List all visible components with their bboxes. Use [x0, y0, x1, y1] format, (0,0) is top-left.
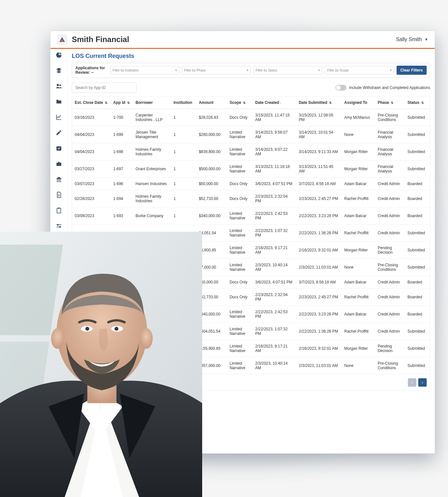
cell-phase: Credit Admin: [375, 288, 405, 305]
chart-line-icon[interactable]: [55, 114, 62, 121]
cell-status: Boarded: [405, 207, 430, 224]
cell-scope: Docs Only: [227, 177, 253, 190]
cell-phase: Financial Analysis: [375, 126, 405, 143]
pager-prev-button[interactable]: ‹: [408, 378, 416, 387]
cell-scope: Limited Narrative: [227, 340, 253, 357]
cell-amount: $280,000.00: [196, 126, 227, 143]
col-borrower[interactable]: Borrower: [133, 96, 171, 109]
filter-bar: Applications for Review: -- Filter by In…: [72, 63, 430, 78]
cell-assigned: Morgan Ritter: [342, 143, 375, 160]
cell-scope: Limited Narrative: [227, 143, 253, 160]
cell-assigned: Adam Balcar: [342, 177, 375, 190]
cell-close: 03/16/2023: [72, 109, 111, 126]
cell-submitted: 2/23/2023, 2:45:27 PM: [296, 190, 342, 207]
table-row[interactable]: 03/16/20231-700Carpenter Industries , LL…: [72, 109, 430, 126]
cell-borrower: Carpenter Industries , LLP: [133, 109, 171, 126]
cell-phase: Credit Admin: [375, 305, 405, 323]
cell-created: 2/23/2023, 2:32:04 PM: [253, 288, 296, 305]
bank-icon[interactable]: [55, 176, 62, 183]
table-row[interactable]: 03/27/20231-697Grant Enterprises1$500,00…: [72, 160, 430, 177]
cell-status: Submitted: [405, 323, 430, 340]
cell-assigned: None: [342, 259, 375, 276]
search-input[interactable]: [72, 83, 137, 93]
chevron-down-icon: ▾: [175, 69, 177, 72]
cell-close: 02/28/2023: [72, 190, 111, 207]
pie-chart-icon[interactable]: [55, 51, 62, 59]
cell-submitted: 3/14/2023, 9:11:33 AM: [296, 143, 342, 160]
table-row[interactable]: 03/07/20231-696Hansen Industries1$50,000…: [72, 177, 430, 190]
sort-icon: ⇅: [243, 101, 246, 105]
cell-scope: Limited Narrative: [227, 126, 253, 143]
brand-logo-icon: [57, 34, 67, 45]
col-assigned[interactable]: Assigned To: [342, 96, 375, 109]
sort-icon: ⇅: [421, 101, 424, 105]
sort-icon: ⇅: [329, 101, 332, 105]
sort-down-icon: ↓: [280, 101, 281, 105]
cell-assigned: Adam Balcar: [342, 305, 375, 323]
edit-icon[interactable]: [55, 129, 62, 136]
filter-phase[interactable]: Filter by Phase▾: [182, 66, 251, 74]
col-status[interactable]: Status ⇅: [405, 96, 430, 109]
cell-appid: 1-694: [111, 190, 133, 207]
briefcase-icon[interactable]: [55, 160, 62, 167]
chevron-down-icon: ▾: [318, 69, 320, 72]
toggle-label: Include Withdrawn and Completed Applicat…: [349, 85, 430, 90]
clipboard-icon[interactable]: [55, 207, 62, 214]
cell-institution: 1: [171, 207, 196, 224]
cell-scope: Limited Narrative: [227, 323, 253, 340]
col-appid[interactable]: App Id ⇅: [111, 96, 133, 109]
cell-phase: Credit Admin: [375, 190, 405, 207]
col-created[interactable]: Date Created↓: [253, 96, 296, 109]
table-row[interactable]: 03/08/20231-693Burke Company1$340,000.00…: [72, 207, 430, 224]
table-row[interactable]: 04/04/20231-698Holmes Family Industries1…: [72, 143, 430, 160]
filter-institution[interactable]: Filter by Institution▾: [110, 66, 179, 74]
users-icon[interactable]: [55, 83, 62, 90]
cell-assigned: None: [342, 126, 375, 143]
cell-assigned: Morgan Ritter: [342, 160, 375, 177]
filter-scope[interactable]: Filter by Scope▾: [325, 66, 394, 74]
cell-status: Submitted: [405, 259, 430, 276]
cell-submitted: 3/14/2023, 10:01:54 AM: [296, 126, 342, 143]
cell-status: Submitted: [405, 126, 430, 143]
cell-institution: 1: [171, 160, 196, 177]
cell-assigned: Morgan Ritter: [342, 340, 375, 357]
include-withdrawn-toggle[interactable]: [335, 85, 346, 91]
cell-appid: 1-698: [111, 143, 133, 160]
cell-assigned: Morgan Ritter: [342, 241, 375, 259]
cell-created: 2/22/2023, 2:42:53 PM: [253, 305, 296, 323]
calendar-check-icon[interactable]: [55, 145, 62, 152]
cell-created: 2/3/2023, 10:40:14 AM: [253, 259, 296, 276]
cell-scope: Limited Narrative: [227, 207, 253, 224]
cell-assigned: Amy McManus: [342, 109, 375, 126]
cell-created: 2/16/2023, 9:17:21 AM: [253, 241, 296, 259]
cell-status: Boarded: [405, 177, 430, 190]
filter-label: Applications for Review: --: [75, 66, 108, 75]
col-close[interactable]: Est. Close Date ⇅: [72, 96, 111, 109]
col-scope[interactable]: Scope ⇅: [227, 96, 253, 109]
table-row[interactable]: 04/04/20231-699Jensen Title Management1$…: [72, 126, 430, 143]
cell-amount: $52,733.00: [196, 190, 227, 207]
document-icon[interactable]: [55, 191, 62, 198]
col-institution[interactable]: Institution: [171, 96, 196, 109]
table-row[interactable]: 02/28/20231-694Holmes Family Industries1…: [72, 190, 430, 207]
layers-icon[interactable]: [55, 67, 62, 74]
user-menu[interactable]: Sally Smith ▼: [396, 37, 428, 42]
pager-next-button[interactable]: ›: [418, 378, 427, 387]
cell-scope: Docs Only: [227, 109, 253, 126]
cell-scope: Limited Narrative: [227, 305, 253, 323]
settings-icon[interactable]: [55, 222, 62, 229]
folder-icon[interactable]: [55, 98, 62, 105]
clear-filters-button[interactable]: Clear Filters: [397, 66, 427, 75]
cell-created: 2/22/2023, 2:42:53 PM: [253, 207, 296, 224]
svg-rect-6: [57, 208, 61, 213]
filter-status[interactable]: Filter by Status▾: [253, 66, 322, 74]
cell-submitted: 2/22/2023, 1:36:26 PM: [296, 224, 342, 241]
cell-scope: Docs Only: [227, 288, 253, 305]
cell-scope: Limited Narrative: [227, 224, 253, 241]
col-phase[interactable]: Phase ⇅: [375, 96, 405, 109]
col-submitted[interactable]: Date Submitted ⇅: [296, 96, 342, 109]
col-amount[interactable]: Amount: [196, 96, 227, 109]
cell-scope: Limited Narrative: [227, 259, 253, 276]
cell-institution: 1: [171, 126, 196, 143]
cell-created: 2/22/2023, 1:07:32 PM: [253, 224, 296, 241]
